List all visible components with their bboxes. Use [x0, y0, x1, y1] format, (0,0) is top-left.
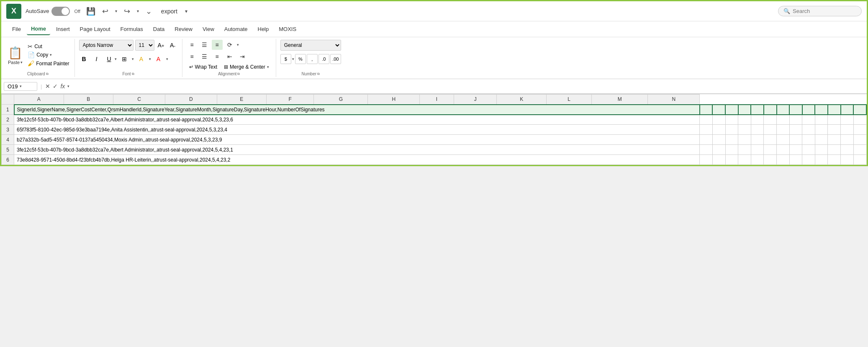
increase-decimal-btn[interactable]: .00 [330, 54, 341, 64]
undo-icon[interactable]: ↩ [100, 6, 110, 17]
cell-r3-c11[interactable] [815, 125, 828, 135]
col-header-a[interactable]: A [14, 95, 64, 105]
cell-r1-c5[interactable] [738, 105, 751, 115]
cell-r4-c1[interactable]: b27a332b-5ad5-4557-8574-0137a5450434,Mox… [14, 135, 700, 145]
row-header-5[interactable]: 5 [2, 145, 14, 155]
fill-color-button[interactable]: A [136, 54, 146, 64]
menu-insert[interactable]: Insert [52, 23, 74, 35]
format-painter-button[interactable]: 🖌 Format Painter [27, 59, 70, 68]
cell-r5-c14[interactable] [853, 145, 866, 155]
cell-r5-c5[interactable] [738, 145, 751, 155]
cell-r3-c4[interactable] [725, 125, 738, 135]
cell-r5-c2[interactable] [700, 145, 713, 155]
cell-r1-c14[interactable] [853, 105, 866, 115]
cell-r6-c1[interactable]: 73e8d428-9571-450d-8bd4-f23bfcb4b7db,Hel… [14, 155, 700, 165]
cell-r6-c11[interactable] [815, 155, 828, 165]
col-header-g[interactable]: G [314, 95, 368, 105]
cell-r5-c10[interactable] [802, 145, 815, 155]
cell-r2-c7[interactable] [764, 115, 777, 125]
cell-r2-c11[interactable] [815, 115, 828, 125]
comma-btn[interactable]: , [307, 54, 318, 64]
cell-r4-c12[interactable] [828, 135, 841, 145]
col-header-j[interactable]: J [454, 95, 497, 105]
cell-r2-c4[interactable] [725, 115, 738, 125]
file-chevron-icon[interactable]: ▾ [185, 8, 187, 14]
cell-r2-c14[interactable] [853, 115, 866, 125]
merge-dropdown-icon[interactable]: ▾ [267, 65, 269, 69]
align-top-btn[interactable]: ≡ [187, 40, 198, 50]
menu-view[interactable]: View [198, 23, 218, 35]
cell-r5-c3[interactable] [712, 145, 725, 155]
menu-automate[interactable]: Automate [220, 23, 252, 35]
font-expand-icon[interactable]: ⧉ [132, 72, 134, 76]
formula-confirm-icon[interactable]: ✓ [53, 83, 58, 90]
col-header-k[interactable]: K [497, 95, 547, 105]
cell-r4-c11[interactable] [815, 135, 828, 145]
col-header-l[interactable]: L [547, 95, 592, 105]
menu-data[interactable]: Data [149, 23, 169, 35]
fill-dropdown-icon[interactable]: ▾ [149, 57, 151, 61]
col-header-h[interactable]: H [368, 95, 420, 105]
cell-r6-c2[interactable] [700, 155, 713, 165]
cell-r1-c3[interactable] [712, 105, 725, 115]
menu-home[interactable]: Home [27, 23, 50, 35]
number-expand-icon[interactable]: ⧉ [317, 72, 320, 76]
cell-r3-c5[interactable] [738, 125, 751, 135]
menu-review[interactable]: Review [170, 23, 197, 35]
menu-help[interactable]: Help [254, 23, 273, 35]
cell-r6-c7[interactable] [764, 155, 777, 165]
undo-dropdown-icon[interactable]: ▾ [113, 8, 119, 14]
cell-r4-c5[interactable] [738, 135, 751, 145]
redo-dropdown-icon[interactable]: ▾ [135, 8, 141, 14]
cell-r3-c1[interactable]: 65f783f5-8100-42ec-985d-93e3baa7194e,Ani… [14, 125, 700, 135]
clipboard-expand-icon[interactable]: ⧉ [46, 72, 49, 76]
cell-r2-c3[interactable] [712, 115, 725, 125]
cell-r4-c6[interactable] [751, 135, 764, 145]
cell-r1-c1[interactable]: SignerId,SignerName,SignerCostCenter,Qrs… [14, 105, 700, 115]
menu-formulas[interactable]: Formulas [116, 23, 147, 35]
cell-r6-c4[interactable] [725, 155, 738, 165]
cell-r1-c10[interactable] [802, 105, 815, 115]
cell-r2-c5[interactable] [738, 115, 751, 125]
search-input[interactable] [793, 8, 851, 14]
increase-font-btn[interactable]: A+ [156, 40, 166, 50]
cell-r2-c1[interactable]: 3fe12c5f-53cb-407b-9bcd-3a8dbb32ca7e,Alb… [14, 115, 700, 125]
cell-r5-c9[interactable] [789, 145, 802, 155]
col-header-e[interactable]: E [217, 95, 267, 105]
increase-indent-btn[interactable]: ⇥ [237, 51, 248, 62]
col-header-c[interactable]: C [113, 95, 165, 105]
cell-r4-c13[interactable] [841, 135, 854, 145]
cell-r6-c3[interactable] [712, 155, 725, 165]
decrease-decimal-btn[interactable]: .0 [318, 54, 329, 64]
menu-moxis[interactable]: MOXIS [275, 23, 300, 35]
cell-r1-c13[interactable] [841, 105, 854, 115]
autosave-toggle[interactable] [51, 7, 70, 16]
col-header-i[interactable]: I [420, 95, 454, 105]
cell-r3-c13[interactable] [841, 125, 854, 135]
cell-r1-c7[interactable] [764, 105, 777, 115]
cell-r3-c7[interactable] [764, 125, 777, 135]
cell-r3-c12[interactable] [828, 125, 841, 135]
cell-r6-c14[interactable] [853, 155, 866, 165]
align-bottom-btn[interactable]: ≡ [212, 40, 223, 50]
cell-r2-c12[interactable] [828, 115, 841, 125]
font-size-select[interactable]: 11 [135, 40, 154, 51]
cell-r4-c14[interactable] [853, 135, 866, 145]
cell-r2-c13[interactable] [841, 115, 854, 125]
cell-r6-c9[interactable] [789, 155, 802, 165]
border-dropdown-icon[interactable]: ▾ [132, 57, 134, 61]
decrease-indent-btn[interactable]: ⇤ [224, 51, 235, 62]
save-icon[interactable]: 💾 [85, 6, 97, 17]
decrease-font-btn[interactable]: A- [168, 40, 178, 50]
underline-button[interactable]: U [104, 54, 114, 64]
cell-r5-c1[interactable]: 3fe12c5f-53cb-407b-9bcd-3a8dbb32ca7e,Alb… [14, 145, 700, 155]
align-left-btn[interactable]: ≡ [187, 51, 198, 62]
row-header-6[interactable]: 6 [2, 155, 14, 165]
cell-r3-c6[interactable] [751, 125, 764, 135]
cell-r6-c8[interactable] [777, 155, 790, 165]
cell-ref-dropdown-icon[interactable]: ▾ [20, 84, 22, 88]
cell-r5-c11[interactable] [815, 145, 828, 155]
formula-input[interactable] [71, 83, 864, 90]
cell-r4-c10[interactable] [802, 135, 815, 145]
col-header-m[interactable]: M [592, 95, 648, 105]
